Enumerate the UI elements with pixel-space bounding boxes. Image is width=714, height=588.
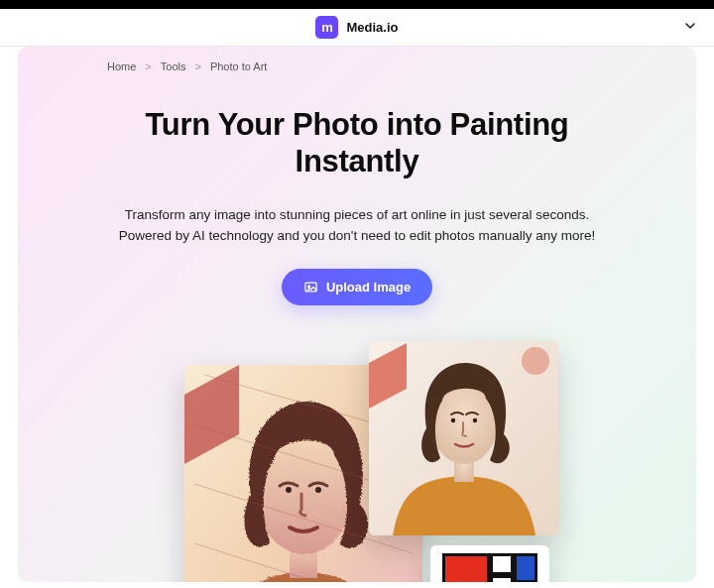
title-line2: Instantly (296, 144, 419, 178)
hero-card: Home > Tools > Photo to Art Turn Your Ph… (18, 47, 696, 582)
original-photo-preview (369, 341, 558, 535)
breadcrumb-separator: > (145, 60, 151, 72)
svg-point-8 (315, 487, 321, 493)
breadcrumb-current: Photo to Art (210, 60, 267, 72)
breadcrumb: Home > Tools > Photo to Art (107, 60, 627, 72)
page-title: Turn Your Photo into Painting Instantly (87, 106, 627, 179)
brand[interactable]: m Media.io (315, 16, 398, 39)
site-header: m Media.io (0, 9, 714, 47)
title-line1: Turn Your Photo into Painting (146, 107, 569, 142)
svg-point-1 (308, 286, 310, 288)
page-container: Home > Tools > Photo to Art Turn Your Ph… (0, 47, 714, 582)
svg-point-18 (451, 418, 455, 422)
window-chrome-strip (0, 0, 714, 9)
brand-name: Media.io (346, 20, 398, 35)
brand-logo-icon: m (315, 16, 338, 39)
menu-toggle[interactable] (682, 18, 698, 38)
hero-gallery (87, 341, 627, 582)
breadcrumb-home[interactable]: Home (107, 60, 136, 72)
mondrian-icon (442, 553, 537, 582)
breadcrumb-tools[interactable]: Tools (161, 60, 186, 72)
svg-point-15 (522, 347, 549, 375)
subtitle-line1: Transform any image into stunning pieces… (125, 207, 590, 222)
page-subtitle: Transform any image into stunning pieces… (87, 205, 627, 247)
subtitle-line2: Powered by AI technology and you don't n… (119, 228, 596, 243)
breadcrumb-separator: > (194, 60, 200, 72)
brand-logo-letter: m (321, 20, 333, 35)
image-upload-icon (303, 280, 318, 294)
svg-point-7 (286, 487, 292, 493)
upload-button-label: Upload Image (326, 280, 411, 294)
upload-image-button[interactable]: Upload Image (282, 269, 432, 305)
upload-wrap: Upload Image (87, 269, 627, 305)
chevron-down-icon (682, 18, 698, 34)
svg-point-19 (473, 418, 477, 422)
style-swatch-mondrian (430, 545, 549, 582)
